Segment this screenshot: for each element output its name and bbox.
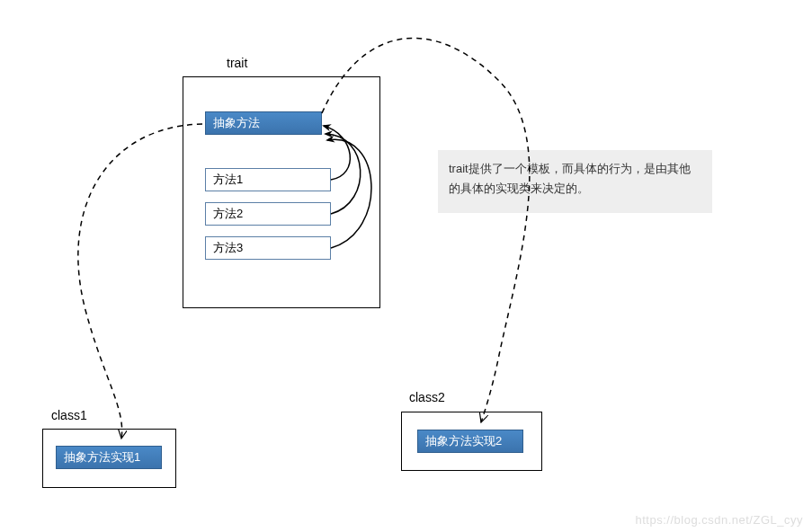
description-note: trait提供了一个模板，而具体的行为，是由其他的具体的实现类来决定的。 [438, 150, 712, 213]
class2-impl-box: 抽象方法实现2 [417, 430, 523, 453]
method3-box: 方法3 [205, 236, 331, 260]
abstract-method-box: 抽象方法 [205, 111, 322, 135]
trait-title: trait [227, 56, 247, 70]
method2-box: 方法2 [205, 202, 331, 226]
method1-box: 方法1 [205, 168, 331, 191]
class2-title: class2 [409, 390, 445, 404]
class1-impl-box: 抽象方法实现1 [56, 446, 162, 469]
watermark-text: https://blog.csdn.net/ZGL_cyy [636, 513, 803, 527]
class1-title: class1 [51, 408, 87, 422]
